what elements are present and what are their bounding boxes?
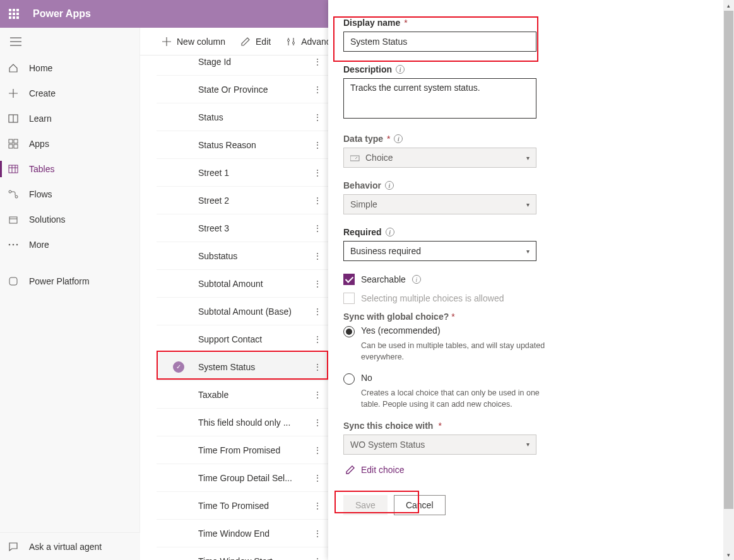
column-list: Stage Id⋮State Or Province⋮Status⋮Status… xyxy=(157,48,328,560)
nav-item-tables[interactable]: Tables xyxy=(0,156,139,182)
display-name-input[interactable] xyxy=(343,32,536,52)
column-more-button[interactable]: ⋮ xyxy=(313,112,322,122)
column-more-button[interactable]: ⋮ xyxy=(313,445,322,455)
column-more-button[interactable]: ⋮ xyxy=(313,140,322,150)
column-more-button[interactable]: ⋮ xyxy=(313,223,322,233)
plus-icon xyxy=(8,88,19,99)
searchable-checkbox-row[interactable]: Searchable i xyxy=(343,274,708,285)
nav-item-home[interactable]: Home xyxy=(0,55,139,81)
column-row[interactable]: Time Window End⋮ xyxy=(157,520,328,547)
power-platform-icon xyxy=(8,276,19,287)
column-row[interactable]: Substatus⋮ xyxy=(157,242,328,270)
multi-select-label: Selecting multiple choices is allowed xyxy=(361,293,504,303)
column-row[interactable]: Subtotal Amount (Base)⋮ xyxy=(157,298,328,325)
sync-global-label: Sync with global choice?* xyxy=(343,312,708,322)
svg-point-10 xyxy=(13,244,15,246)
column-row[interactable]: Status Reason⋮ xyxy=(157,131,328,159)
column-row[interactable]: State Or Province⋮ xyxy=(157,76,328,103)
column-more-button[interactable]: ⋮ xyxy=(313,306,322,317)
column-row[interactable]: This field should only ...⋮ xyxy=(157,409,328,436)
save-button: Save xyxy=(343,495,388,515)
column-label: Time From Promised xyxy=(198,445,280,455)
column-more-button[interactable]: ⋮ xyxy=(313,168,322,178)
column-row[interactable]: Street 1⋮ xyxy=(157,159,328,187)
column-row[interactable]: Time From Promised⋮ xyxy=(157,436,328,464)
ask-virtual-agent[interactable]: Ask a virtual agent xyxy=(0,532,140,560)
info-icon[interactable]: i xyxy=(396,65,405,74)
edit-button[interactable]: Edit xyxy=(235,34,276,49)
nav-item-apps[interactable]: Apps xyxy=(0,131,139,156)
column-label: Subtotal Amount (Base) xyxy=(198,306,292,317)
plus-icon xyxy=(162,37,172,47)
page-scrollbar-thumb[interactable] xyxy=(724,11,733,509)
scroll-up-arrow[interactable]: ▴ xyxy=(723,0,734,11)
column-row[interactable]: Support Contact⋮ xyxy=(157,325,328,353)
home-icon xyxy=(8,62,19,74)
column-more-button[interactable]: ⋮ xyxy=(313,390,322,400)
sync-yes-option[interactable]: Yes (recommended) xyxy=(343,325,708,337)
info-icon[interactable]: i xyxy=(394,134,403,143)
nav-collapse-button[interactable] xyxy=(0,28,139,55)
column-more-button[interactable]: ⋮ xyxy=(313,556,322,561)
new-column-button[interactable]: New column xyxy=(157,34,230,49)
edit-choice-link[interactable]: Edit choice xyxy=(343,462,406,477)
nav-item-power-platform[interactable]: Power Platform xyxy=(0,269,139,294)
edit-icon xyxy=(346,465,355,474)
scroll-down-arrow[interactable]: ▾ xyxy=(723,549,734,560)
searchable-label: Searchable xyxy=(361,274,406,284)
column-more-button[interactable]: ⋮ xyxy=(313,279,322,289)
sliders-icon xyxy=(286,37,296,47)
column-row[interactable]: ✓System Status⋮ xyxy=(157,353,328,381)
nav-item-create[interactable]: Create xyxy=(0,81,139,106)
column-more-button[interactable]: ⋮ xyxy=(313,473,322,483)
svg-rect-8 xyxy=(9,217,17,223)
nav-label: Create xyxy=(29,88,56,98)
column-more-button[interactable]: ⋮ xyxy=(313,251,322,261)
info-icon[interactable]: i xyxy=(412,275,421,284)
column-row[interactable]: Time To Promised⋮ xyxy=(157,492,328,520)
column-row[interactable]: Status⋮ xyxy=(157,103,328,131)
cancel-button[interactable]: Cancel xyxy=(394,495,446,515)
radio-no-label: No xyxy=(361,373,372,385)
nav-item-learn[interactable]: Learn xyxy=(0,106,139,131)
page-scrollbar-track[interactable]: ▴ ▾ xyxy=(723,0,734,560)
column-more-button[interactable]: ⋮ xyxy=(313,57,322,67)
column-more-button[interactable]: ⋮ xyxy=(313,417,322,428)
info-icon[interactable]: i xyxy=(385,181,394,190)
column-row[interactable]: Street 3⋮ xyxy=(157,214,328,242)
app-launcher-button[interactable] xyxy=(0,0,28,28)
column-more-button[interactable]: ⋮ xyxy=(313,85,322,95)
nav-item-flows[interactable]: Flows xyxy=(0,182,139,207)
sync-no-option[interactable]: No xyxy=(343,373,708,385)
column-label: Stage Id xyxy=(198,57,231,67)
column-more-button[interactable]: ⋮ xyxy=(313,362,322,372)
column-row[interactable]: Time Window Start⋮ xyxy=(157,547,328,560)
description-input[interactable] xyxy=(343,78,536,119)
svg-rect-1 xyxy=(9,139,13,143)
required-select[interactable]: Business required ▾ xyxy=(343,241,536,261)
column-more-button[interactable]: ⋮ xyxy=(313,195,322,206)
behavior-label: Behavior i xyxy=(343,180,708,190)
waffle-icon xyxy=(9,9,19,19)
column-row[interactable]: Stage Id⋮ xyxy=(157,48,328,76)
svg-rect-12 xyxy=(9,277,17,285)
column-row[interactable]: Subtotal Amount⋮ xyxy=(157,270,328,298)
chat-icon xyxy=(8,541,19,552)
column-more-button[interactable]: ⋮ xyxy=(313,528,322,539)
column-more-button[interactable]: ⋮ xyxy=(313,501,322,511)
info-icon[interactable]: i xyxy=(386,228,394,236)
column-label: Time Window End xyxy=(198,528,269,539)
chevron-down-icon: ▾ xyxy=(526,201,530,208)
nav-item-more[interactable]: More xyxy=(0,232,139,257)
svg-rect-4 xyxy=(14,144,18,148)
column-row[interactable]: Taxable⋮ xyxy=(157,381,328,409)
svg-rect-15 xyxy=(350,156,359,161)
column-row[interactable]: Street 2⋮ xyxy=(157,187,328,214)
nav-label: Solutions xyxy=(29,214,66,225)
nav-item-solutions[interactable]: Solutions xyxy=(0,207,139,232)
column-more-button[interactable]: ⋮ xyxy=(313,334,322,344)
radio-no[interactable] xyxy=(343,373,355,385)
searchable-checkbox[interactable] xyxy=(343,274,355,285)
radio-yes[interactable] xyxy=(343,326,355,337)
column-row[interactable]: Time Group Detail Sel...⋮ xyxy=(157,464,328,492)
